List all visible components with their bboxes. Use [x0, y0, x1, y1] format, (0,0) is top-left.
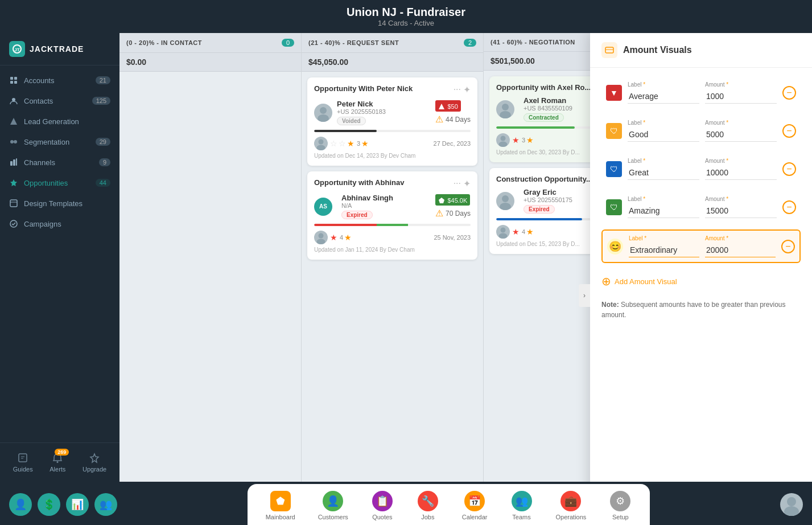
av-icon-amazing: 🛡 — [606, 199, 622, 215]
av-input-label-extraordinary[interactable] — [629, 243, 699, 257]
av-input-label-amazing[interactable] — [628, 204, 699, 218]
col-badge-in-contact: 0 — [282, 39, 294, 47]
av-remove-amazing[interactable]: − — [782, 200, 796, 214]
sidebar-label-accounts: Accounts — [24, 76, 54, 85]
svg-point-29 — [500, 111, 511, 118]
bottom-nav-setup[interactable]: ⚙ Setup — [597, 489, 643, 523]
kanban-column-in-contact: (0 - 20)% - IN CONTACT 0 $0.00 — [119, 33, 302, 482]
av-input-label-average[interactable] — [628, 89, 699, 104]
card-badge-peter: Voided — [337, 117, 366, 125]
sidebar-item-accounts[interactable]: Accounts 21 — [0, 70, 119, 91]
av-remove-average[interactable]: − — [782, 86, 796, 100]
logo-icon: JT — [9, 41, 25, 57]
bottom-nav-customers[interactable]: 👤 Customers — [307, 489, 360, 523]
bottom-left-icon-1[interactable]: 👤 — [9, 493, 32, 516]
av-input-label-great[interactable] — [628, 166, 699, 180]
sidebar-item-lead-generation[interactable]: Lead Generation — [0, 111, 119, 132]
amount-visuals-panel: › Amount Visuals ▼ Label * — [590, 33, 812, 482]
card-menu-icon-2[interactable]: ··· — [454, 178, 461, 189]
bottom-nav-jobs[interactable]: 🔧 Jobs — [405, 489, 451, 523]
svg-rect-2 — [10, 77, 13, 80]
sidebar-nav: Accounts 21 Contacts 125 Lead Generation — [0, 65, 119, 442]
sidebar-item-contacts[interactable]: Contacts 125 — [0, 91, 119, 111]
bottom-left-icon-2[interactable]: 💲 — [38, 493, 60, 516]
setup-label: Setup — [612, 514, 629, 520]
col-cards-request-sent: Opportunity With Peter Nick ··· ✦ — [302, 72, 483, 482]
av-icon-extraordinary: 😊 — [607, 239, 623, 255]
kanban-column-request-sent: (21 - 40)% - REQUEST SENT 2 $45,050.00 O… — [302, 33, 484, 482]
sidebar-label-design-templates: Design Templates — [24, 199, 83, 208]
sidebar-label-campaigns: Campaigns — [24, 220, 61, 228]
alerts-button[interactable]: 269 Alerts — [50, 452, 65, 473]
bottom-nav-teams[interactable]: 👥 Teams — [499, 489, 545, 523]
av-label-great-label: Label * — [628, 158, 699, 164]
av-input-amount-great[interactable] — [705, 166, 777, 180]
customers-label: Customers — [318, 514, 348, 520]
upgrade-button[interactable]: Upgrade — [83, 452, 106, 473]
card-pin-icon[interactable]: ✦ — [463, 84, 471, 95]
top-bar: Union NJ - Fundraiser 14 Cards - Active — [0, 0, 812, 33]
jobs-icon: 🔧 — [418, 491, 438, 511]
sidebar-item-channels[interactable]: Channels 9 — [0, 152, 119, 173]
card-stars-peter: ☆ ☆ ★ 3 ★ — [330, 139, 369, 148]
svg-point-20 — [320, 107, 327, 114]
av-input-amount-extraordinary[interactable] — [705, 243, 776, 257]
kanban-card-peter-nick[interactable]: Opportunity With Peter Nick ··· ✦ — [307, 77, 477, 166]
av-input-label-good[interactable] — [628, 128, 699, 142]
lead-gen-icon — [9, 117, 18, 126]
sidebar-label-channels: Channels — [24, 158, 55, 167]
svg-point-31 — [499, 142, 508, 147]
guides-label: Guides — [13, 466, 33, 473]
av-icon-great: 🛡 — [606, 161, 622, 177]
bottom-left-icon-3[interactable]: 📊 — [66, 493, 89, 516]
quotes-icon: 📋 — [372, 491, 393, 511]
sidebar-label-opportunities: Opportunities — [24, 179, 68, 187]
card-stars-axel: ★ 3 ★ — [512, 136, 534, 145]
bottom-left-icon-4[interactable]: 👥 — [94, 493, 117, 516]
card-avatar-peter-nick — [314, 104, 332, 122]
av-label-good-label: Label * — [628, 120, 699, 126]
user-avatar[interactable] — [780, 493, 803, 516]
col-amount-in-contact: $0.00 — [119, 53, 301, 72]
sidebar-badge-opportunities: 44 — [96, 179, 110, 187]
svg-rect-4 — [10, 81, 13, 84]
setup-icon: ⚙ — [610, 491, 630, 511]
sidebar-item-opportunities[interactable]: Opportunities 44 — [0, 173, 119, 193]
bottom-nav-quotes[interactable]: 📋 Quotes — [360, 489, 405, 523]
av-input-amount-good[interactable] — [705, 128, 777, 142]
sidebar-item-campaigns[interactable]: Campaigns — [0, 214, 119, 234]
svg-rect-13 — [10, 200, 17, 207]
bottom-nav-mainboard[interactable]: ⬟ Mainboard — [254, 489, 307, 523]
av-remove-extraordinary[interactable]: − — [781, 240, 795, 253]
amount-visual-note: Note: Subsequent amounts have to be grea… — [601, 300, 801, 320]
card-badge-axel: Contracted — [524, 113, 564, 122]
guides-button[interactable]: Guides — [13, 452, 33, 473]
page-subtitle: 14 Cards - Active — [6, 19, 806, 27]
col-amount-request-sent: $45,050.00 — [302, 53, 483, 72]
amount-badge-peter: $50 — [435, 100, 461, 112]
bottom-nav-operations[interactable]: 💼 Operations — [545, 489, 598, 523]
svg-marker-25 — [439, 198, 444, 203]
teams-icon: 👥 — [512, 491, 532, 511]
add-amount-visual-button[interactable]: ⊕ Add Amount Visual — [601, 270, 801, 293]
kanban-card-abhinav[interactable]: Opportunity with Abhinav ··· ✦ AS Abhina… — [307, 171, 477, 260]
svg-point-26 — [319, 233, 324, 239]
sidebar-item-segmentation[interactable]: Segmentation 29 — [0, 132, 119, 152]
card-updated-peter: Updated on Dec 14, 2023 By Dev Cham — [314, 153, 471, 159]
card-pin-icon-2[interactable]: ✦ — [463, 178, 471, 189]
toggle-panel-button[interactable]: › — [579, 284, 590, 307]
av-input-amount-amazing[interactable] — [705, 204, 777, 218]
quotes-label: Quotes — [372, 514, 392, 520]
bottom-nav-calendar[interactable]: 📅 Calendar — [451, 489, 499, 523]
av-remove-great[interactable]: − — [782, 162, 796, 176]
alerts-badge: 269 — [55, 449, 69, 456]
svg-point-35 — [499, 233, 508, 239]
svg-point-30 — [501, 136, 506, 141]
av-remove-good[interactable]: − — [782, 124, 796, 138]
card-menu-icon[interactable]: ··· — [454, 84, 461, 95]
sidebar-item-design-templates[interactable]: Design Templates — [0, 193, 119, 214]
svg-point-32 — [502, 195, 509, 202]
logo-text: JACKTRADE — [30, 44, 84, 54]
av-input-amount-average[interactable] — [705, 89, 777, 104]
content-area: (0 - 20)% - IN CONTACT 0 $0.00 (21 - 40)… — [119, 33, 812, 482]
